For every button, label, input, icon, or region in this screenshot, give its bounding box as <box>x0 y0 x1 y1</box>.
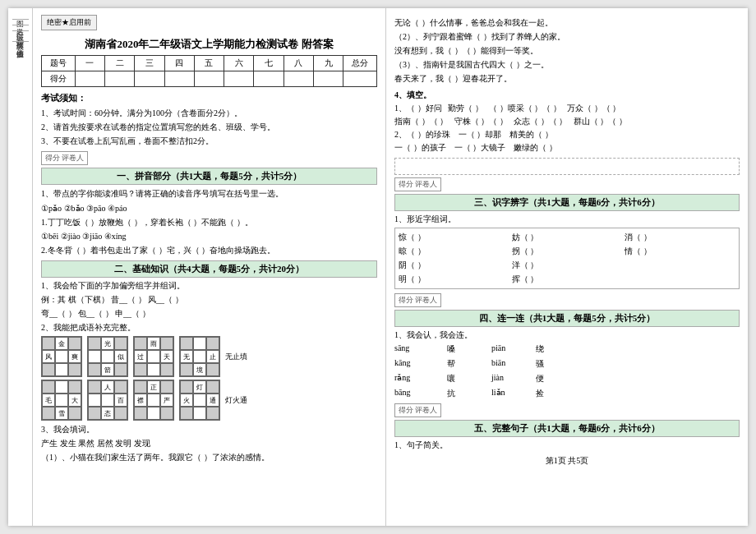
score-reviewer-label-5: 得分 评卷人 <box>394 403 441 417</box>
right-top-sentences: 无论（ ）什么情事，爸爸总会和我在一起。 （2）、列宁跟着蜜蜂（ ）找到了养蜂人… <box>394 16 740 85</box>
section4-q1: 1、我会认，我会连。 <box>394 329 740 341</box>
exam-instructions: 1、考试时间：60分钟。满分为100分（含卷面分2分）。 2、请首先按要求在试卷… <box>41 107 377 147</box>
char-liang: 晾（ ） <box>399 246 509 257</box>
section4-title: 四、连一连（共1大题，每题5分，共计5分） <box>394 310 740 327</box>
crossword-row1: 金 风 爽 光 <box>41 336 377 377</box>
char-empty2 <box>625 274 735 285</box>
char-empty <box>625 260 735 271</box>
section2: 二、基础知识（共4大题，每题5分，共计20分） 1、我会给下面的字加偏旁组字并组… <box>41 260 377 463</box>
section5-title: 五、完整句子（共1大题，每题6分，共计6分） <box>394 420 740 437</box>
instruction-2: 2、请首先按要求在试卷的指定位置填写您的姓名、班级、学号。 <box>41 121 377 133</box>
section3: 三、识字辨字（共1大题，每题6分，共计6分） 1、形近字组词。 惊（ ） 妨（ … <box>394 194 740 289</box>
margin-label-school: 学校（班级） <box>15 34 25 39</box>
char-jian: 便 <box>536 373 577 384</box>
char-ming: 明（ ） <box>399 274 509 285</box>
main-title: 湖南省2020年二年级语文上学期能力检测试卷 附答案 <box>41 37 377 52</box>
score-reviewer-5: 得分 评卷人 <box>394 403 740 417</box>
exam-notice-title: 考试须知： <box>41 92 377 104</box>
char-yin: 阴（ ） <box>399 260 509 271</box>
score-table: 题号一二三四五六七八九总分 得分 <box>41 55 377 87</box>
section1-pinyin: ①bēi ②jiào ③jiāo ④xíng <box>41 230 377 242</box>
char-qing: 情（ ） <box>625 246 735 257</box>
section4: 四、连一连（共1大题，每题5分，共计5分） 1、我会认，我会连。 sāng 嗓 … <box>394 310 740 399</box>
py-rang: rǎng <box>394 373 444 384</box>
char-bian: 骚 <box>536 358 577 370</box>
score-reviewer-label-4: 得分 评卷人 <box>394 293 441 307</box>
char-lian: 捡 <box>536 388 577 399</box>
stamp: 绝密★启用前 <box>41 15 97 30</box>
char-hui: 挥（ ） <box>512 274 623 285</box>
section2-example2: 弯__（ ） 包__（ ） 申__（ ） <box>41 307 377 320</box>
margin-label-top: 图 <box>15 15 25 16</box>
section2-words: 产生 发生 果然 居然 发明 发现 <box>41 437 377 449</box>
section5-q1: 1、句子简关。 <box>394 439 740 451</box>
right-panel: 无论（ ）什么情事，爸爸总会和我在一起。 （2）、列宁跟着蜜蜂（ ）找到了养蜂人… <box>386 8 748 526</box>
cw-jinfeng: 金 风 爽 <box>41 336 82 377</box>
section2-q3: 3、我会填词。 <box>41 423 377 435</box>
char-bang: 抗 <box>447 388 488 399</box>
section1-sub2: 2.冬冬背（ ）着书包走出了家（ ）宅，兴（ ）奋地向操场跑去。 <box>41 244 377 256</box>
char-kang: 帮 <box>447 358 488 370</box>
fill-row1b: 指南（ ）（ ） 守株（ ）（ ） 众志（ ）（ ） 群山（ ）（ ） <box>394 116 740 127</box>
char-grid: 惊（ ） 妨（ ） 消（ ） 晾（ ） 拐（ ） 情（ ） 阴（ ） 洋（ ） … <box>394 228 740 289</box>
instruction-3: 3、不要在试卷上乱写乱画，卷面不整洁扣2分。 <box>41 135 377 147</box>
fill-row2: 2、（ ）的珍珠 一（ ）却那 精美的（ ） <box>394 129 740 140</box>
sent-5: 春天来了，我（ ）迎春花开了。 <box>394 72 740 85</box>
section1-sub1: 1.丁丁吃饭（ ）放鞭炮（ ），穿着长袍（ ）不能跑（ ）。 <box>41 216 377 228</box>
pinyin-grid: sāng 嗓 piān 绕 kāng 帮 biān 骚 rǎng 嚷 jiàn … <box>394 343 740 399</box>
fill-box <box>394 158 740 175</box>
score-reviewer-1: 得分 评卷人 <box>41 151 377 165</box>
char-sang: 嗓 <box>447 343 488 355</box>
fill-row3: 一（ ）的孩子 一（ ）大镜子 嫩绿的（ ） <box>394 142 740 154</box>
char-xiao: 消（ ） <box>625 232 735 243</box>
left-margin: 图 姓名 班级 学校（班级） 乡镇（街道） <box>8 8 33 526</box>
cw-label2: 灯火通 <box>225 395 247 406</box>
py-kang: kāng <box>394 358 444 370</box>
section1: 一、拼音部分（共1大题，每题5分，共计5分） 1、带点的字你能读准吗？请将正确的… <box>41 168 377 256</box>
section1-q1: 1、带点的字你能读准吗？请将正确的读音序号填写在括号里一选。 <box>41 187 377 200</box>
py-lian: liǎn <box>491 388 532 399</box>
page-footer: 第1页 共5页 <box>394 455 740 467</box>
py-bang: bāng <box>394 388 444 399</box>
cw-label: 无止填 <box>225 352 247 362</box>
fill-title: 4、填空。 <box>394 89 740 101</box>
section2-q1: 1、我会给下面的字加偏旁组字并组词。 <box>41 279 377 292</box>
score-reviewer-4: 得分 评卷人 <box>394 293 740 307</box>
char-yang: 洋（ ） <box>512 260 623 271</box>
cw-denghuo: 灯 火 通 <box>179 380 220 421</box>
cw-zhengjin: 正 襟 严 <box>133 380 174 421</box>
score-reviewer-label: 得分 评卷人 <box>41 151 88 165</box>
char-jing: 惊（ ） <box>399 232 509 243</box>
cw-ren: 人 百 态 <box>87 380 128 421</box>
char-pian: 绕 <box>536 343 577 355</box>
section3-q1: 1、形近字组词。 <box>394 213 740 225</box>
crossword-row2: 毛 大 雪 人 <box>41 380 377 421</box>
section2-fill1: （1）、小猫在我们家生活了两年。我跟它（ ）了浓浓的感情。 <box>41 451 377 463</box>
sent-1: 无论（ ）什么情事，爸爸总会和我在一起。 <box>394 16 740 29</box>
content-area: 绝密★启用前 湖南省2020年二年级语文上学期能力检测试卷 附答案 题号一二三四… <box>33 8 748 526</box>
sent-4: （3）、指南针是我国古代四大（ ）之一。 <box>394 58 740 71</box>
fill-section: 4、填空。 1、（ ）好问 勤劳（ ） （ ）喷采（ ）（ ） 万众（ ）（ ）… <box>394 89 740 154</box>
left-panel: 绝密★启用前 湖南省2020年二年级语文上学期能力检测试卷 附答案 题号一二三四… <box>33 8 386 526</box>
py-bian: biān <box>491 358 532 370</box>
section1-options: ①pǎo ②bǎo ③pāo ④páo <box>41 202 377 214</box>
score-reviewer-label-3: 得分 评卷人 <box>394 177 441 191</box>
section2-title: 二、基础知识（共4大题，每题5分，共计20分） <box>41 260 377 278</box>
char-fang: 妨（ ） <box>512 232 623 243</box>
section5: 五、完整句子（共1大题，每题6分，共计6分） 1、句子简关。 <box>394 420 740 451</box>
cw-wuzhijing: 无 止 境 <box>179 336 220 377</box>
fill-row1a: 1、（ ）好问 勤劳（ ） （ ）喷采（ ）（ ） 万众（ ）（ ） <box>394 103 740 114</box>
cw-mao: 毛 大 雪 <box>41 380 82 421</box>
py-jian: jiàn <box>491 373 532 384</box>
page-container: 图 姓名 班级 学校（班级） 乡镇（街道） 绝密★启用前 湖南省2020年二年级… <box>8 8 748 526</box>
section2-q2: 2、我能把成语补充完整。 <box>41 321 377 334</box>
section2-example: 例：其 棋（下棋） 昔__（ ） 风__（ ） <box>41 293 377 306</box>
exam-notice: 考试须知： 1、考试时间：60分钟。满分为100分（含卷面分2分）。 2、请首先… <box>41 92 377 147</box>
py-sang: sāng <box>394 343 444 355</box>
section3-title: 三、识字辨字（共1大题，每题6分，共计6分） <box>394 194 740 211</box>
py-pian: piān <box>491 343 532 355</box>
sent-3: 没有想到，我（ ）（ ）能得到一等奖。 <box>394 44 740 57</box>
cw-yuguotian: 雨 过 天 <box>133 336 174 377</box>
score-reviewer-3: 得分 评卷人 <box>394 177 740 191</box>
section1-title: 一、拼音部分（共1大题，每题5分，共计5分） <box>41 168 377 185</box>
